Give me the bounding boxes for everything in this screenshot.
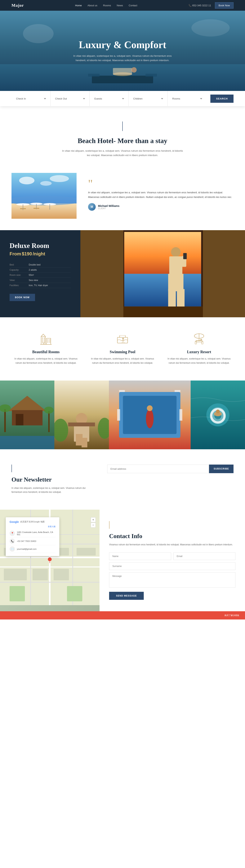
svg-rect-44 [44, 338, 45, 339]
svg-rect-5 [88, 74, 100, 76]
svg-rect-71 [196, 340, 201, 341]
map-subtitle: 此页面不支持Google 地图 [20, 520, 45, 523]
check-out-field[interactable]: Check Out [51, 91, 89, 106]
contact-name-input[interactable] [109, 552, 171, 560]
map-background: Google 此页面不支持Google 地图 查看大圖 📍 1481 Creek… [0, 509, 100, 612]
svg-rect-8 [113, 68, 132, 75]
svg-rect-18 [50, 204, 50, 210]
beach-section: Beach Hotel- More than a stay In vitae n… [0, 106, 245, 173]
svg-rect-14 [23, 205, 23, 210]
svg-rect-47 [42, 341, 43, 342]
children-field[interactable]: Children [129, 91, 168, 106]
search-button[interactable]: SEARCH [210, 95, 234, 103]
children-select[interactable]: Children [132, 97, 164, 100]
svg-rect-4 [92, 75, 153, 83]
nav-about[interactable]: About us [87, 4, 97, 7]
guests-field[interactable]: Guests [89, 91, 129, 106]
author-name: Michael Williams [98, 205, 119, 208]
zoom-out-button[interactable]: − [91, 523, 96, 528]
contact-map: Google 此页面不支持Google 地图 查看大圖 📍 1481 Creek… [0, 509, 100, 612]
deluxe-price: From $190 /night [9, 251, 71, 256]
amenity-rooms-text: In vitae nisi aliquam, scelerisque leo a… [11, 357, 80, 365]
contact-message-input[interactable] [109, 572, 236, 588]
contact-email-input[interactable] [173, 552, 236, 560]
check-out-select[interactable]: Check Out [54, 97, 86, 100]
deluxe-specs: Bed:Double bed Capacity:2 adults Room si… [9, 262, 71, 288]
spec-bed: Bed:Double bed [9, 262, 71, 268]
open-maps-link[interactable]: 查看大圖 [48, 526, 55, 528]
svg-point-34 [171, 247, 181, 257]
svg-rect-119 [32, 569, 48, 580]
svg-point-3 [191, 19, 230, 36]
check-in-select[interactable]: Check In [15, 97, 47, 100]
deluxe-section: Deluxe Room From $190 /night Bed:Double … [0, 230, 245, 317]
svg-rect-40 [183, 253, 187, 259]
svg-rect-52 [49, 341, 50, 342]
map-address-item: 📍 1481 Creekside Lane, Avila Beach, CA 9… [9, 529, 55, 537]
svg-rect-36 [168, 274, 184, 291]
book-now-button[interactable]: Book Now [215, 2, 234, 9]
spec-facilities: Facilities:Iron, TV, Hair dryer [9, 283, 71, 288]
rooms-select[interactable]: Rooms [171, 97, 203, 100]
author-role: CLIENT [98, 208, 119, 210]
svg-rect-51 [47, 341, 48, 342]
map-phone-icon: 📞 [9, 538, 15, 544]
svg-rect-33 [203, 230, 245, 317]
resort-icon [192, 333, 206, 346]
deluxe-book-button[interactable]: BOOK NOW [9, 294, 35, 301]
svg-point-104 [216, 409, 220, 413]
svg-rect-45 [42, 339, 43, 341]
nav-home[interactable]: Home [75, 4, 82, 7]
svg-rect-46 [44, 339, 45, 341]
newsletter-left: Our Newsletter In vitae nisi aliquam, sc… [11, 465, 92, 494]
svg-rect-48 [44, 341, 45, 342]
svg-rect-121 [9, 586, 25, 601]
pool-icon [116, 333, 129, 346]
svg-point-23 [40, 181, 52, 186]
svg-rect-79 [48, 411, 50, 432]
newsletter-email-input[interactable] [107, 465, 209, 473]
footer-link[interactable]: 购买了解决模板 [224, 614, 239, 616]
beach-title: Beach Hotel- More than a stay [11, 137, 234, 145]
testimonial-section: " In vitae nisi aliquam, scelerisque leo… [0, 173, 245, 230]
logo: Major [11, 3, 24, 8]
svg-rect-86 [68, 423, 95, 426]
amenity-resort-text: In vitae nisi aliquam, scelerisque leo a… [165, 357, 234, 365]
navbar-right: 📞 652-345 3222 11 Book Now [189, 2, 234, 9]
contact-section: Google 此页面不支持Google 地图 查看大圖 📍 1481 Creek… [0, 509, 245, 612]
svg-rect-29 [201, 230, 203, 309]
contact-text: Vivamus rutrum dui fermentum eros hendre… [109, 543, 236, 547]
svg-rect-26 [124, 230, 202, 274]
footer-text: 购买了解决模板 [224, 614, 239, 617]
svg-point-22 [50, 175, 69, 182]
contact-info: Contact Info Vivamus rutrum dui fermentu… [100, 509, 245, 612]
zoom-in-button[interactable]: + [91, 517, 96, 522]
newsletter-right: SUBSCRIBE [107, 465, 234, 473]
testimonial-content: " In vitae nisi aliquam, scelerisque leo… [88, 181, 234, 211]
svg-point-92 [146, 409, 154, 428]
testimonial-image [11, 173, 77, 219]
svg-rect-37 [168, 289, 176, 306]
send-message-button[interactable]: SEND MESSAGE [109, 592, 144, 600]
contact-form-row-1 [109, 552, 236, 560]
rooms-field[interactable]: Rooms [168, 91, 207, 106]
svg-rect-76 [0, 436, 54, 449]
nav-news[interactable]: News [117, 4, 123, 7]
guests-select[interactable]: Guests [93, 97, 125, 100]
amenity-resort: Luxury Resort In vitae nisi aliquam, sce… [165, 333, 234, 365]
amenities-section: Beautiful Rooms In vitae nisi aliquam, s… [0, 317, 245, 380]
amenity-resort-title: Luxury Resort [165, 350, 234, 354]
subscribe-button[interactable]: SUBSCRIBE [209, 465, 234, 473]
check-in-field[interactable]: Check In [11, 91, 51, 106]
nav-contact[interactable]: Contact [129, 4, 137, 7]
hero-section: Luxury & Compfort In vitae nisi aliquam,… [0, 11, 245, 91]
contact-surname-input[interactable] [109, 562, 236, 570]
svg-rect-94 [119, 390, 125, 392]
svg-point-21 [19, 177, 34, 184]
contact-form: SEND MESSAGE [109, 552, 236, 600]
nav-rooms[interactable]: Rooms [103, 4, 111, 7]
spec-capacity: Capacity:2 adults [9, 268, 71, 273]
svg-point-80 [44, 407, 54, 413]
svg-rect-75 [16, 414, 23, 425]
avatar: M [88, 203, 96, 211]
